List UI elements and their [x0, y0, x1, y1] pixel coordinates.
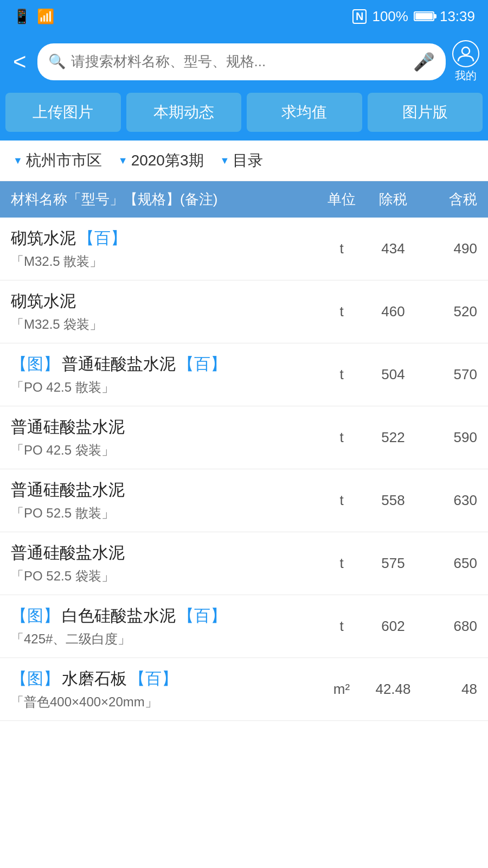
table-row[interactable]: 【图】白色硅酸盐水泥【百】 「425#、二级白度」 t 602 680 — [0, 595, 488, 658]
row-name-col: 普通硅酸盐水泥 「PO 52.5 袋装」 — [11, 542, 320, 585]
row-incl: 48 — [423, 681, 477, 698]
row-excl: 575 — [363, 555, 423, 572]
profile-icon — [452, 40, 479, 67]
picture-button[interactable]: 图片版 — [368, 93, 483, 132]
row-sub-name: 「PO 42.5 袋装」 — [11, 442, 320, 459]
row-excl: 42.48 — [363, 681, 423, 698]
time-display: 13:39 — [440, 8, 475, 25]
row-main-name: 【图】白色硅酸盐水泥【百】 — [11, 605, 320, 627]
row-incl: 590 — [423, 429, 477, 446]
row-unit: t — [320, 618, 363, 635]
row-name-col: 【图】普通硅酸盐水泥【百】 「PO 42.5 散装」 — [11, 353, 320, 396]
row-unit: m² — [320, 681, 363, 698]
col-excl-header: 除税 — [363, 190, 423, 209]
filter-period-label: 2020第3期 — [131, 150, 204, 171]
row-name-col: 砌筑水泥 「M32.5 袋装」 — [11, 290, 320, 333]
row-main-name: 普通硅酸盐水泥 — [11, 416, 320, 438]
upload-button[interactable]: 上传图片 — [5, 93, 121, 132]
filter-bar: ▼ 杭州市市区 ▼ 2020第3期 ▼ 目录 — [0, 141, 488, 181]
row-unit: t — [320, 555, 363, 572]
filter-period-arrow: ▼ — [118, 155, 128, 167]
row-unit: t — [320, 366, 363, 383]
col-incl-header: 含税 — [423, 190, 477, 209]
table-row[interactable]: 【图】水磨石板【百】 「普色400×400×20mm」 m² 42.48 48 — [0, 658, 488, 721]
table-row[interactable]: 普通硅酸盐水泥 「PO 42.5 袋装」 t 522 590 — [0, 406, 488, 469]
row-excl: 434 — [363, 240, 423, 257]
status-right-info: N 100% 13:39 — [352, 8, 475, 25]
row-sub-name: 「普色400×400×20mm」 — [11, 693, 320, 711]
row-incl: 490 — [423, 240, 477, 257]
row-main-name: 【图】水磨石板【百】 — [11, 668, 320, 690]
filter-catalog-label: 目录 — [233, 150, 263, 171]
row-excl: 504 — [363, 366, 423, 383]
row-main-name: 砌筑水泥 — [11, 290, 320, 312]
row-incl: 630 — [423, 492, 477, 509]
back-button[interactable]: < — [9, 48, 31, 75]
status-left-icons: 📱 📶 — [13, 8, 54, 25]
col-name-header: 材料名称「型号」【规格】(备注) — [11, 190, 320, 209]
table-row[interactable]: 砌筑水泥【百】 「M32.5 散装」 t 434 490 — [0, 218, 488, 280]
row-name-col: 砌筑水泥【百】 「M32.5 散装」 — [11, 227, 320, 270]
battery-icon — [414, 11, 434, 21]
phone-icon: 📱 — [13, 8, 30, 25]
filter-region[interactable]: ▼ 杭州市市区 — [13, 150, 118, 171]
tag-bai: 【百】 — [129, 668, 178, 690]
status-bar: 📱 📶 N 100% 13:39 — [0, 0, 488, 33]
header: < 🔍 🎤 我的 — [0, 33, 488, 93]
profile-label: 我的 — [455, 68, 477, 83]
nfc-icon: N — [352, 9, 367, 24]
row-main-name: 砌筑水泥【百】 — [11, 227, 320, 250]
row-incl: 650 — [423, 555, 477, 572]
row-sub-name: 「PO 52.5 袋装」 — [11, 567, 320, 585]
row-main-name: 普通硅酸盐水泥 — [11, 479, 320, 501]
row-excl: 522 — [363, 429, 423, 446]
battery-percent: 100% — [372, 8, 408, 25]
wifi-icon: 📶 — [37, 8, 54, 25]
tag-tu: 【图】 — [11, 668, 60, 690]
filter-catalog[interactable]: ▼ 目录 — [220, 150, 280, 171]
tag-bai: 【百】 — [178, 353, 227, 375]
tag-bai: 【百】 — [78, 227, 127, 250]
dynamic-button[interactable]: 本期动态 — [126, 93, 242, 132]
row-name-col: 【图】水磨石板【百】 「普色400×400×20mm」 — [11, 668, 320, 711]
row-sub-name: 「425#、二级白度」 — [11, 630, 320, 648]
filter-period[interactable]: ▼ 2020第3期 — [118, 150, 220, 171]
table-row[interactable]: 普通硅酸盐水泥 「PO 52.5 袋装」 t 575 650 — [0, 532, 488, 595]
table-row[interactable]: 砌筑水泥 「M32.5 袋装」 t 460 520 — [0, 280, 488, 343]
mic-icon[interactable]: 🎤 — [413, 52, 435, 72]
search-bar[interactable]: 🔍 🎤 — [37, 43, 446, 80]
row-excl: 460 — [363, 303, 423, 320]
tag-tu: 【图】 — [11, 353, 60, 375]
table-header: 材料名称「型号」【规格】(备注) 单位 除税 含税 — [0, 181, 488, 218]
row-unit: t — [320, 492, 363, 509]
row-excl: 602 — [363, 618, 423, 635]
row-name-col: 普通硅酸盐水泥 「PO 52.5 散装」 — [11, 479, 320, 522]
row-main-name: 【图】普通硅酸盐水泥【百】 — [11, 353, 320, 375]
filter-region-label: 杭州市市区 — [26, 150, 102, 171]
tag-tu: 【图】 — [11, 605, 60, 627]
row-name-col: 普通硅酸盐水泥 「PO 42.5 袋装」 — [11, 416, 320, 459]
row-excl: 558 — [363, 492, 423, 509]
row-sub-name: 「M32.5 袋装」 — [11, 316, 320, 333]
tag-bai: 【百】 — [178, 605, 227, 627]
table-row[interactable]: 【图】普通硅酸盐水泥【百】 「PO 42.5 散装」 t 504 570 — [0, 343, 488, 406]
table-row[interactable]: 普通硅酸盐水泥 「PO 52.5 散装」 t 558 630 — [0, 469, 488, 532]
row-unit: t — [320, 240, 363, 257]
profile-area[interactable]: 我的 — [452, 40, 479, 83]
col-unit-header: 单位 — [320, 190, 363, 209]
table-body: 砌筑水泥【百】 「M32.5 散装」 t 434 490 砌筑水泥 「M32.5… — [0, 218, 488, 721]
row-name-col: 【图】白色硅酸盐水泥【百】 「425#、二级白度」 — [11, 605, 320, 648]
search-input[interactable] — [71, 53, 408, 70]
row-unit: t — [320, 429, 363, 446]
row-sub-name: 「PO 52.5 散装」 — [11, 505, 320, 522]
row-sub-name: 「M32.5 散装」 — [11, 253, 320, 270]
average-button[interactable]: 求均值 — [247, 93, 362, 132]
row-unit: t — [320, 303, 363, 320]
row-incl: 570 — [423, 366, 477, 383]
row-incl: 520 — [423, 303, 477, 320]
search-icon: 🔍 — [48, 53, 66, 70]
row-sub-name: 「PO 42.5 散装」 — [11, 379, 320, 396]
filter-catalog-arrow: ▼ — [220, 155, 230, 167]
row-main-name: 普通硅酸盐水泥 — [11, 542, 320, 564]
svg-point-0 — [462, 47, 470, 55]
